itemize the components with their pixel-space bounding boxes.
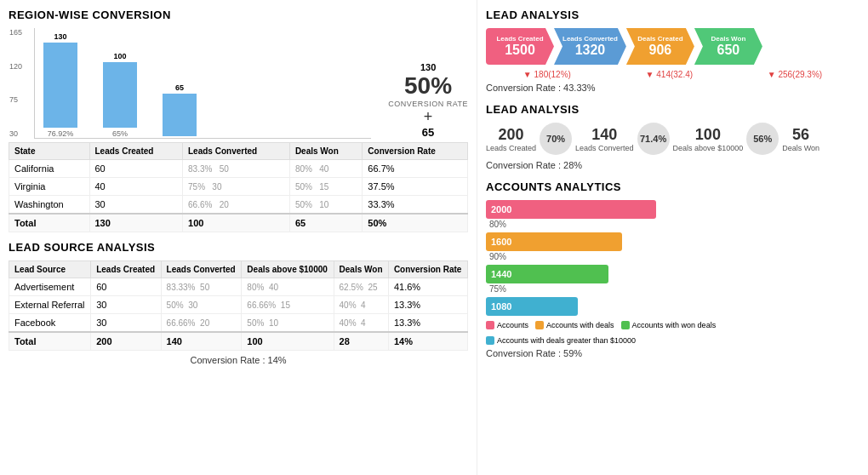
metric-lbl-lc: Leads Created	[486, 144, 536, 152]
table-row: External Referral 30 50% 30 66.66% 15 40…	[9, 296, 468, 314]
delta-3: ▼ 256(29.3%)	[768, 70, 822, 79]
pct-badge-714: 71.4%	[637, 123, 670, 155]
ls-total-lconv: 140	[161, 332, 242, 351]
metric-deals-won: 56 Deals Won	[782, 126, 819, 152]
metric-leads-created: 200 Leads Created	[486, 126, 536, 152]
lead-analysis-lower-section: LEAD ANALYSIS 200 Leads Created 70% 140 …	[486, 103, 859, 170]
total-cr: 50%	[363, 214, 468, 232]
ls-ad-lconv: 83.33% 50	[161, 278, 242, 296]
bar-val-2000: 2000	[491, 204, 511, 215]
legend-lbl-gt10k: Accounts with deals greater than $10000	[497, 336, 636, 345]
table-row: Washington 30 66.6% 20 50% 10 33.3%	[9, 196, 468, 215]
delta-2: ▼ 414(32.4)	[646, 70, 693, 79]
bar-pct-2: 65%	[112, 129, 128, 138]
lc-california: 60	[89, 160, 183, 178]
funnel-lbl-3: Deals Created	[637, 35, 682, 43]
ls-total-cr: 14%	[388, 332, 467, 351]
ls-conversion-rate: Conversion Rate : 14%	[9, 355, 468, 365]
state-virginia: Virginia	[9, 178, 90, 196]
bar-group-leads-created: 130 76.92%	[43, 32, 77, 138]
ls-extref: External Referral	[9, 296, 91, 314]
metric-lbl-dw: Deals Won	[782, 144, 819, 152]
total-row: Total 130 100 65 50%	[9, 214, 468, 232]
top-conv-rate: Conversion Rate : 43.33%	[486, 83, 859, 93]
ls-er-dabove: 66.66% 15	[242, 296, 334, 314]
legend-accounts-won: Accounts with won deals	[621, 321, 717, 329]
ls-total-lc: 200	[91, 332, 161, 351]
conversion-label: CONVERSION RATE	[388, 100, 468, 108]
table-row: Advertisement 60 83.33% 50 80% 40 62.5% …	[9, 278, 468, 296]
th-ls-lconv: Leads Converted	[161, 261, 242, 278]
total-label: Total	[9, 214, 90, 232]
metric-num-56: 56	[792, 126, 809, 144]
table-row: California 60 83.3% 50 80% 40 66.7%	[9, 160, 468, 178]
th-ls-dabove: Deals above $10000	[242, 261, 334, 278]
lead-source-section: LEAD SOURCE ANALYSIS Lead Source Leads C…	[9, 241, 468, 365]
table-row: Virginia 40 75% 30 50% 15 37.5%	[9, 178, 468, 196]
ls-fb-lconv: 66.66% 20	[161, 314, 242, 333]
y-75: 75	[9, 95, 22, 104]
ls-er-lc: 30	[91, 296, 161, 314]
bar-accounts-gt10k: 1080	[486, 297, 578, 316]
funnel-leads-created: Leads Created 1500	[486, 28, 554, 65]
horiz-bar-1080: 1080	[486, 297, 859, 316]
th-leadsource: Lead Source	[9, 261, 91, 278]
funnel-deals-created: Deals Created 906	[626, 28, 694, 65]
legend-accounts-gt10k: Accounts with deals greater than $10000	[486, 336, 636, 345]
th-leads-created: Leads Created	[89, 143, 183, 160]
conversion-pct: 50%	[404, 72, 452, 100]
funnel-lbl-4: Deals Won	[711, 35, 746, 43]
lc-virginia: 40	[89, 178, 183, 196]
th-ls-dw: Deals Won	[334, 261, 388, 278]
ls-fb-dabove: 50% 10	[242, 314, 334, 333]
pct-80: 80%	[489, 220, 859, 229]
ls-facebook: Facebook	[9, 314, 91, 333]
funnel-num-2: 1320	[575, 43, 606, 58]
funnel-num-4: 650	[717, 43, 740, 58]
plus-sign: +	[424, 108, 433, 126]
total-lc: 130	[89, 214, 183, 232]
lcpct-virginia: 75% 30	[183, 178, 290, 196]
lead-analysis-lower-title: LEAD ANALYSIS	[486, 103, 859, 116]
delta-1: ▼ 180(12%)	[523, 70, 571, 79]
lc-washington: 30	[89, 196, 183, 215]
horiz-bar-1600: 1600 90%	[486, 232, 859, 261]
funnel-leads-converted: Leads Converted 1320	[554, 28, 626, 65]
ls-total-row: Total 200 140 100 28 14%	[9, 332, 468, 351]
y-120: 120	[9, 62, 22, 71]
conversion-rate-box: 130 50% CONVERSION RATE + 65	[388, 62, 468, 139]
region-title: REGION-WISE CONVERSION	[9, 9, 468, 21]
conv-num: 65	[422, 126, 434, 139]
cr-california: 66.7%	[363, 160, 468, 178]
metric-lbl-dabove: Deals above $10000	[673, 144, 744, 152]
ls-total-dw: 28	[334, 332, 388, 351]
y-30: 30	[9, 129, 22, 138]
accounts-legend: Accounts Accounts with deals Accounts wi…	[486, 321, 859, 345]
ls-ad-dw: 62.5% 25	[334, 278, 388, 296]
metric-leads-converted: 140 Leads Converted	[575, 126, 634, 152]
horiz-bar-2000: 2000 80%	[486, 200, 859, 229]
bar-pct-1: 76.92%	[48, 129, 74, 138]
ls-er-lconv: 50% 30	[161, 296, 242, 314]
bar-val-1440: 1440	[491, 269, 511, 279]
legend-accounts: Accounts	[486, 321, 528, 329]
cr-washington: 33.3%	[363, 196, 468, 215]
ls-fb-cr: 13.3%	[388, 314, 467, 333]
pct-badge-70: 70%	[540, 123, 572, 155]
funnel-lbl-2: Leads Converted	[562, 35, 618, 43]
th-ls-lc: Leads Created	[91, 261, 161, 278]
bar-deals-won	[163, 94, 197, 136]
th-deals-won: Deals Won	[289, 143, 362, 160]
bar-accounts-deals: 1600	[486, 232, 622, 251]
accounts-chart: 2000 80% 1600 90% 1440 75%	[486, 200, 859, 316]
region-conversion-section: REGION-WISE CONVERSION 165 120 75 30 130	[9, 9, 468, 232]
lcpct-california: 83.3% 50	[183, 160, 290, 178]
lcpct-washington: 66.6% 20	[183, 196, 290, 215]
accounts-conv-rate: Conversion Rate : 59%	[486, 348, 859, 358]
accounts-analytics-section: ACCOUNTS ANALYTICS 2000 80% 1600 90%	[486, 180, 859, 358]
ls-ad-cr: 41.6%	[388, 278, 467, 296]
lead-source-title: LEAD SOURCE ANALYSIS	[9, 241, 468, 254]
legend-dot-gt10k	[486, 336, 494, 345]
lead-analysis-top-section: LEAD ANALYSIS Leads Created 1500 Leads C…	[486, 9, 859, 93]
funnel-num-3: 906	[649, 43, 672, 58]
